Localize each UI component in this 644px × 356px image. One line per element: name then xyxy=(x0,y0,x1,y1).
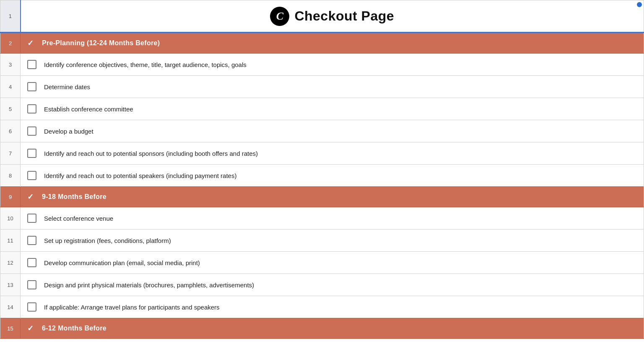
item-cell-11: Set up registration (fees, conditions, p… xyxy=(21,230,644,252)
item-text-8: Identify and reach out to potential spea… xyxy=(44,172,236,179)
row-num-7: 7 xyxy=(0,142,21,165)
table-row: 11 Set up registration (fees, conditions… xyxy=(0,230,644,252)
item-text-5: Establish conference committee xyxy=(44,106,133,113)
item-cell-14: If applicable: Arrange travel plans for … xyxy=(21,296,644,318)
item-text-3: Identify conference objectives, theme, t… xyxy=(44,61,247,68)
row-num-8: 8 xyxy=(0,165,21,187)
row-num-3: 3 xyxy=(0,54,21,76)
item-text-11: Set up registration (fees, conditions, p… xyxy=(44,237,171,244)
section-label-preplanning: Pre-Planning (12-24 Months Before) xyxy=(42,39,160,47)
item-cell-10: Select conference venue xyxy=(21,207,644,230)
item-cell-6: Develop a budget xyxy=(21,120,644,142)
table-row: 4 Determine dates xyxy=(0,76,644,98)
checkout-logo: C xyxy=(270,7,289,26)
item-text-4: Determine dates xyxy=(44,83,90,90)
section-cell-6-12: ✓ 6-12 Months Before xyxy=(21,318,644,339)
section-checkmark-2: ✓ xyxy=(27,192,34,201)
spreadsheet-table: 1 C Checkout Page 2 ✓ Pre-Planning xyxy=(0,0,644,339)
row-num-13: 13 xyxy=(0,274,21,296)
row-num-10: 10 xyxy=(0,207,21,230)
item-text-14: If applicable: Arrange travel plans for … xyxy=(44,304,220,311)
table-row: 13 Design and print physical materials (… xyxy=(0,274,644,296)
table-row: 14 If applicable: Arrange travel plans f… xyxy=(0,296,644,318)
checkbox-6[interactable] xyxy=(27,126,36,136)
checkbox-5[interactable] xyxy=(27,104,36,114)
row-num-11: 11 xyxy=(0,230,21,252)
table-row: 3 Identify conference objectives, theme,… xyxy=(0,54,644,76)
item-cell-4: Determine dates xyxy=(21,76,644,98)
row-num-1: 1 xyxy=(0,0,21,33)
page-title: Checkout Page xyxy=(294,8,394,24)
section-cell-preplanning: ✓ Pre-Planning (12-24 Months Before) xyxy=(21,33,644,54)
section-checkmark-1: ✓ xyxy=(27,39,34,48)
item-text-10: Select conference venue xyxy=(44,215,113,222)
item-cell-13: Design and print physical materials (bro… xyxy=(21,274,644,296)
section-row-6-12: 15 ✓ 6-12 Months Before xyxy=(0,318,644,339)
section-label-9-18: 9-18 Months Before xyxy=(42,193,106,201)
checkbox-14[interactable] xyxy=(27,302,36,312)
item-text-12: Develop communication plan (email, socia… xyxy=(44,259,200,266)
row-num-6: 6 xyxy=(0,120,21,142)
item-cell-7: Identify and reach out to potential spon… xyxy=(21,142,644,165)
item-text-13: Design and print physical materials (bro… xyxy=(44,281,254,289)
checkbox-13[interactable] xyxy=(27,280,36,289)
blue-dot-indicator xyxy=(637,2,642,7)
header-row: 1 C Checkout Page xyxy=(0,0,644,33)
checkbox-8[interactable] xyxy=(27,171,36,180)
section-row-9-18: 9 ✓ 9-18 Months Before xyxy=(0,187,644,207)
checkbox-7[interactable] xyxy=(27,149,36,158)
section-label-6-12: 6-12 Months Before xyxy=(42,325,106,332)
header-cell: C Checkout Page xyxy=(21,0,644,33)
table-row: 6 Develop a budget xyxy=(0,120,644,142)
section-cell-9-18: ✓ 9-18 Months Before xyxy=(21,187,644,207)
table-row: 5 Establish conference committee xyxy=(0,98,644,120)
checkbox-11[interactable] xyxy=(27,236,36,245)
header-inner: C Checkout Page xyxy=(21,0,644,32)
row-num-14: 14 xyxy=(0,296,21,318)
item-cell-12: Develop communication plan (email, socia… xyxy=(21,252,644,274)
row-num-5: 5 xyxy=(0,98,21,120)
section-checkmark-3: ✓ xyxy=(27,324,34,333)
section-row-preplanning: 2 ✓ Pre-Planning (12-24 Months Before) xyxy=(0,33,644,54)
checkbox-3[interactable] xyxy=(27,60,36,69)
table-row: 10 Select conference venue xyxy=(0,207,644,230)
row-num-9: 9 xyxy=(0,187,21,207)
checkbox-10[interactable] xyxy=(27,214,36,223)
row-num-15: 15 xyxy=(0,318,21,339)
checkbox-4[interactable] xyxy=(27,82,36,91)
item-text-7: Identify and reach out to potential spon… xyxy=(44,150,258,157)
row-num-2: 2 xyxy=(0,33,21,54)
row-num-4: 4 xyxy=(0,76,21,98)
row-num-12: 12 xyxy=(0,252,21,274)
item-cell-5: Establish conference committee xyxy=(21,98,644,120)
table-row: 12 Develop communication plan (email, so… xyxy=(0,252,644,274)
item-cell-3: Identify conference objectives, theme, t… xyxy=(21,54,644,76)
item-text-6: Develop a budget xyxy=(44,128,93,135)
table-row: 7 Identify and reach out to potential sp… xyxy=(0,142,644,165)
item-cell-8: Identify and reach out to potential spea… xyxy=(21,165,644,187)
table-row: 8 Identify and reach out to potential sp… xyxy=(0,165,644,187)
checkbox-12[interactable] xyxy=(27,258,36,267)
